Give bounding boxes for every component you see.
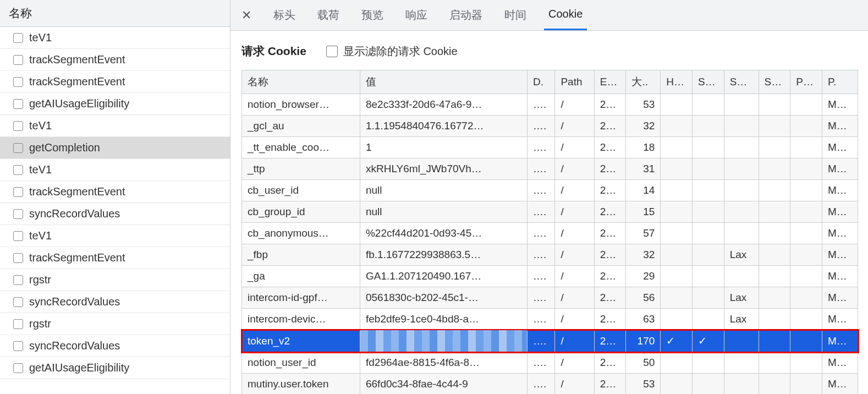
request-item[interactable]: trackSegmentEvent bbox=[0, 247, 230, 269]
cookie-column-header[interactable]: 值 bbox=[360, 70, 527, 94]
cookie-cell-value: 1 bbox=[360, 137, 527, 158]
tab-预览[interactable]: 预览 bbox=[357, 0, 388, 30]
checkbox-icon[interactable] bbox=[13, 231, 23, 241]
cookie-cell-value: null bbox=[360, 201, 527, 223]
cookie-row[interactable]: notion_user_idfd2964ae-8815-4f6a-8……./2…… bbox=[242, 352, 858, 374]
cookie-row[interactable]: _fbpfb.1.1677229938863.5……./2…32LaxM… bbox=[242, 244, 858, 266]
tab-Cookie[interactable]: Cookie bbox=[544, 0, 587, 30]
checkbox-icon[interactable] bbox=[13, 341, 23, 351]
cookie-cell-d: …. bbox=[528, 137, 555, 158]
request-item[interactable]: getAIUsageEligibility bbox=[0, 357, 230, 379]
request-item[interactable]: teV1 bbox=[0, 27, 230, 49]
checkbox-icon[interactable] bbox=[13, 55, 23, 65]
request-item-label: getCompletion bbox=[29, 141, 100, 154]
cookie-cell-path: / bbox=[555, 180, 594, 201]
cookie-row[interactable]: intercom-id-gpf…0561830c-b202-45c1-……./2… bbox=[242, 287, 858, 309]
checkbox-icon[interactable] bbox=[13, 319, 23, 329]
cookie-row[interactable]: _ttpxkRHLY6ml_JWb70Vh……./2…31M… bbox=[242, 158, 858, 180]
cookie-cell-size: 63 bbox=[626, 309, 661, 330]
tab-载荷[interactable]: 载荷 bbox=[313, 0, 344, 30]
cookie-column-header[interactable]: S… bbox=[692, 70, 724, 94]
cookie-row[interactable]: mutiny.user.token66fd0c34-8fae-4c44-9…./… bbox=[242, 374, 858, 395]
request-item[interactable]: trackSegmentEvent bbox=[0, 49, 230, 71]
cookie-cell-size: 170 bbox=[626, 330, 661, 352]
checkbox-icon[interactable] bbox=[13, 143, 23, 153]
request-item-label: teV1 bbox=[29, 163, 52, 176]
checkbox-icon[interactable] bbox=[13, 165, 23, 175]
request-item[interactable]: syncRecordValues bbox=[0, 335, 230, 357]
cookie-column-header[interactable]: D. bbox=[528, 70, 555, 94]
tab-时间[interactable]: 时间 bbox=[500, 0, 531, 30]
cookie-column-header[interactable]: Path bbox=[555, 70, 594, 94]
request-item[interactable]: syncRecordValues bbox=[0, 203, 230, 225]
cookie-cell-path: / bbox=[555, 374, 594, 395]
request-item[interactable]: teV1 bbox=[0, 225, 230, 247]
checkbox-icon[interactable] bbox=[13, 77, 23, 87]
cookie-row[interactable]: token_v2…./2…170✓✓M… bbox=[242, 330, 858, 352]
checkbox-icon[interactable] bbox=[13, 253, 23, 263]
cookie-column-header[interactable]: E… bbox=[594, 70, 626, 94]
cookie-row[interactable]: cb_group_idnull…./2…15M… bbox=[242, 201, 858, 223]
cookie-cell-path: / bbox=[555, 352, 594, 374]
request-item[interactable]: rgstr bbox=[0, 313, 230, 335]
cookie-cell-size: 15 bbox=[626, 201, 661, 223]
cookie-cell-s1 bbox=[692, 137, 724, 158]
checkbox-icon[interactable] bbox=[13, 363, 23, 373]
request-item[interactable]: getCompletion bbox=[0, 137, 230, 159]
cookie-row[interactable]: cb_user_idnull…./2…14M… bbox=[242, 180, 858, 201]
cookie-cell-d: …. bbox=[528, 287, 555, 309]
cookie-cell-h: ✓ bbox=[661, 330, 693, 352]
cookie-cell-s2 bbox=[724, 374, 759, 395]
cookie-cell-name: _ga bbox=[242, 266, 360, 287]
checkbox-icon[interactable] bbox=[13, 275, 23, 285]
cookie-cell-path: / bbox=[555, 137, 594, 158]
request-item[interactable]: teV1 bbox=[0, 159, 230, 181]
cookie-column-header[interactable]: S… bbox=[724, 70, 759, 94]
tab-响应[interactable]: 响应 bbox=[401, 0, 432, 30]
checkbox-icon[interactable] bbox=[13, 33, 23, 43]
cookie-row[interactable]: _tt_enable_coo…1…./2…18M… bbox=[242, 137, 858, 158]
cookie-column-header[interactable]: S… bbox=[759, 70, 790, 94]
cookie-cell-size: 31 bbox=[626, 158, 661, 180]
request-item[interactable]: teV1 bbox=[0, 115, 230, 137]
checkbox-icon[interactable] bbox=[13, 209, 23, 219]
tab-标头[interactable]: 标头 bbox=[269, 0, 300, 30]
cookie-cell-size: 18 bbox=[626, 137, 661, 158]
request-item[interactable]: syncRecordValues bbox=[0, 291, 230, 313]
tab-启动器[interactable]: 启动器 bbox=[445, 0, 487, 30]
cookie-row[interactable]: _gaGA1.1.207120490.167……./2…29M… bbox=[242, 266, 858, 287]
checkbox-icon bbox=[326, 46, 338, 57]
cookie-cell-size: 57 bbox=[626, 223, 661, 244]
checkbox-icon[interactable] bbox=[13, 121, 23, 131]
request-item-label: teV1 bbox=[29, 31, 52, 44]
cookie-column-header[interactable]: H… bbox=[661, 70, 693, 94]
request-item[interactable]: trackSegmentEvent bbox=[0, 71, 230, 93]
cookie-table[interactable]: 名称值D.PathE…大..H…S…S…S…P…P. notion_browse… bbox=[241, 70, 858, 394]
cookie-column-header[interactable]: P… bbox=[790, 70, 822, 94]
close-icon[interactable]: ✕ bbox=[237, 6, 256, 25]
cookie-row[interactable]: cb_anonymous…%22cf44d201-0d93-45……./2…57… bbox=[242, 223, 858, 244]
request-item-label: teV1 bbox=[29, 119, 52, 132]
request-item[interactable]: getAIUsageEligibility bbox=[0, 93, 230, 115]
show-filtered-checkbox[interactable]: 显示滤除的请求 Cookie bbox=[326, 44, 458, 59]
request-item[interactable]: trackSegmentEvent bbox=[0, 181, 230, 203]
cookie-cell-p2: M… bbox=[822, 158, 858, 180]
request-item[interactable]: rgstr bbox=[0, 269, 230, 291]
cookie-cell-e: 2… bbox=[594, 116, 626, 137]
cookie-cell-value: xkRHLY6ml_JWb70Vh… bbox=[360, 158, 527, 180]
checkbox-icon[interactable] bbox=[13, 187, 23, 197]
cookie-column-header[interactable]: 大.. bbox=[626, 70, 661, 94]
cookie-cell-e: 2… bbox=[594, 223, 626, 244]
cookie-cell-path: / bbox=[555, 287, 594, 309]
cookie-cell-d: …. bbox=[528, 201, 555, 223]
cookie-column-header[interactable]: P. bbox=[822, 70, 858, 94]
cookie-cell-d: …. bbox=[528, 223, 555, 244]
cookie-row[interactable]: _gcl_au1.1.1954840476.16772……./2…32M… bbox=[242, 116, 858, 137]
request-list[interactable]: teV1trackSegmentEventtrackSegmentEventge… bbox=[0, 27, 230, 394]
checkbox-icon[interactable] bbox=[13, 297, 23, 307]
checkbox-icon[interactable] bbox=[13, 99, 23, 109]
request-item-label: trackSegmentEvent bbox=[29, 53, 125, 66]
cookie-row[interactable]: notion_browser…8e2c333f-20d6-47a6-9……./2… bbox=[242, 94, 858, 116]
cookie-column-header[interactable]: 名称 bbox=[242, 70, 360, 94]
cookie-row[interactable]: intercom-devic…feb2dfe9-1ce0-4bd8-a……./2… bbox=[242, 309, 858, 330]
